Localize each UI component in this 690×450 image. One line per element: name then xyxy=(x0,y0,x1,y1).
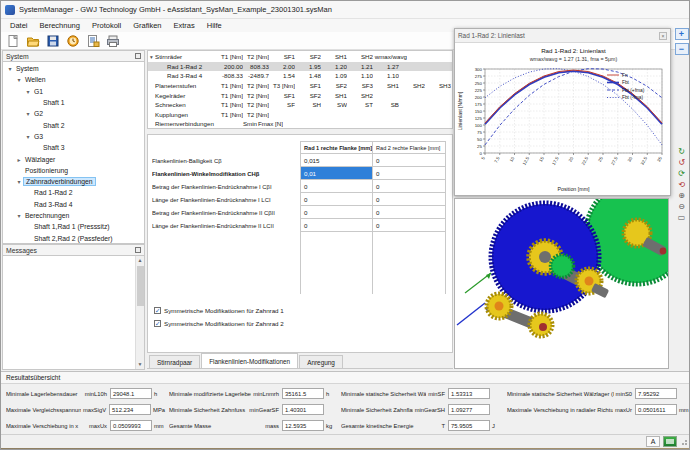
scroll-up-icon[interactable]: ▲ xyxy=(136,256,144,265)
messages-scrollbar[interactable]: ▲ ▼ xyxy=(135,256,144,369)
menu-item-hilfe[interactable]: Hilfe xyxy=(201,20,228,31)
svg-text:100: 100 xyxy=(475,123,483,128)
flank-value-cell[interactable]: 0 xyxy=(373,154,446,167)
flank-column-header[interactable]: Rad 1 rechte Flanke [mm] xyxy=(300,141,373,154)
gear-table-row-rad-1-rad-2[interactable]: Rad 1-Rad 2200.00808.332.001.951.201.211… xyxy=(148,62,452,72)
tab-stirnradpaar[interactable]: Stirnradpaar xyxy=(149,355,200,368)
tree-item-berechnungen[interactable]: ▾Berechnungen xyxy=(3,210,144,221)
gear-table-row-rad-3-rad-4[interactable]: Rad 3-Rad 4-808.33-2489.71.541.481.091.1… xyxy=(148,71,452,81)
tree-expander-icon[interactable]: ▾ xyxy=(15,178,23,185)
tree-item-shaft-1[interactable]: Shaft 1 xyxy=(3,97,144,108)
pin-icon[interactable] xyxy=(135,53,141,59)
flank-value-cell[interactable]: 0 xyxy=(300,193,373,206)
tree-item-zahnradverbindungen[interactable]: ▾Zahnradverbindungen xyxy=(3,176,144,187)
checkbox-row[interactable]: ✓Symmetrische Modifikationen für Zahnrad… xyxy=(154,307,284,314)
result-code: maxUr xyxy=(615,407,632,413)
rotate-left-icon[interactable]: ⟳ xyxy=(676,169,688,178)
flank-empty-cell[interactable] xyxy=(373,232,446,294)
flank-value-cell[interactable]: 0 xyxy=(300,206,373,219)
tree-item-g3[interactable]: ▾G3 xyxy=(3,131,144,142)
tree-item-shaft-3[interactable]: Shaft 3 xyxy=(3,142,144,153)
flank-value-cell[interactable]: 0 xyxy=(373,219,446,232)
tab-flankenlinien-modifikationen[interactable]: Flankenlinien-Modifikationen xyxy=(201,353,298,368)
tree-expander-icon[interactable]: ▾ xyxy=(15,76,23,83)
tree-expander-icon[interactable]: ▸ xyxy=(15,156,23,163)
pin-icon[interactable] xyxy=(135,247,141,253)
gear-table-row-schnecken[interactable]: SchneckenT1 [Nm]T2 [Nm]SFSHSWSTSB xyxy=(148,100,452,110)
gear-table-cell: -2489.7 xyxy=(243,72,269,79)
result-label: Minimale statische Sicherheit Wälzlager xyxy=(341,391,426,397)
system-panel-title: System xyxy=(6,53,29,60)
save-button[interactable] xyxy=(44,33,62,49)
screenshot-icon[interactable]: ▭ xyxy=(676,213,688,222)
tree-item-rad-1-rad-2[interactable]: Rad 1-Rad 2 xyxy=(3,187,144,198)
tree-item-system[interactable]: ▾System xyxy=(3,63,144,74)
flank-column-header[interactable]: Rad 2 rechte Flanke [mm] xyxy=(373,141,446,154)
3d-viewport[interactable] xyxy=(454,198,669,369)
tree-item-shaft-2-rad-2-passfeder[interactable]: Shaft 2,Rad 2 (Passfeder) xyxy=(3,232,144,243)
chart-window-titlebar[interactable]: Rad 1-Rad 2: Linienlast × xyxy=(455,29,670,43)
report-button[interactable] xyxy=(84,33,102,49)
flank-value-cell[interactable]: 0,015 xyxy=(300,154,373,167)
tree-item-shaft-2[interactable]: Shaft 2 xyxy=(3,119,144,130)
tree-expander-icon[interactable]: ▾ xyxy=(24,133,32,140)
tree-expander-icon[interactable]: ▾ xyxy=(24,110,32,117)
tab-anregung[interactable]: Anregung xyxy=(299,355,343,368)
result-label: Maximale Verschiebung in radialer Richtu… xyxy=(507,407,613,413)
close-icon[interactable]: × xyxy=(659,32,667,40)
menu-item-extras[interactable]: Extras xyxy=(168,20,201,31)
minus-button[interactable]: − xyxy=(675,43,689,55)
checkbox-icon[interactable]: ✓ xyxy=(154,320,161,327)
tree-item-g1[interactable]: ▾G1 xyxy=(3,86,144,97)
flank-value-cell[interactable]: 0 xyxy=(373,180,446,193)
tree-item-shaft-1-rad-1-presssitz[interactable]: Shaft 1,Rad 1 (Presssitz) xyxy=(3,221,144,232)
gear-table-row-kupplungen[interactable]: KupplungenT1 [Nm]T2 [Nm] xyxy=(148,110,452,120)
excel-export-button[interactable] xyxy=(663,436,677,447)
checkbox-icon[interactable]: ✓ xyxy=(154,307,161,314)
font-button[interactable]: A xyxy=(646,436,660,447)
flank-value-cell[interactable]: 0 xyxy=(373,167,446,180)
new-file-button[interactable] xyxy=(4,33,22,49)
calculate-button[interactable] xyxy=(64,33,82,49)
tree-item-w-lzlager[interactable]: ▸Wälzlager xyxy=(3,153,144,164)
tree-expander-icon[interactable]: ▾ xyxy=(24,88,32,95)
checkbox-label: Symmetrische Modifikationen für Zahnrad … xyxy=(164,307,284,314)
print-button[interactable] xyxy=(104,33,122,49)
flank-empty-cell[interactable] xyxy=(300,232,373,294)
resize-grip[interactable] xyxy=(681,438,689,446)
menu-item-datei[interactable]: Datei xyxy=(4,20,34,31)
scroll-down-icon[interactable]: ▼ xyxy=(136,360,144,369)
plus-button[interactable]: + xyxy=(675,28,689,40)
gear-table-row-stirnr-der[interactable]: ▾StirnräderT1 [Nm]T2 [Nm]SF1SF2SH1SH2wma… xyxy=(148,52,452,62)
tree-item-g2[interactable]: ▾G2 xyxy=(3,108,144,119)
flank-value-cell[interactable]: 0 xyxy=(300,219,373,232)
gear-table-cell: SF2 xyxy=(321,82,347,89)
tree-item-positionierung[interactable]: Positionierung xyxy=(3,165,144,176)
menu-item-grafiken[interactable]: Grafiken xyxy=(127,20,167,31)
checkbox-row[interactable]: ✓Symmetrische Modifikationen für Zahnrad… xyxy=(154,320,284,327)
flank-value-cell[interactable]: 0 xyxy=(300,180,373,193)
flank-value-cell[interactable]: 0 xyxy=(373,193,446,206)
tree-item-wellen[interactable]: ▾Wellen xyxy=(3,74,144,85)
tree-expander-icon[interactable]: ▾ xyxy=(15,212,23,219)
rotate-up-icon[interactable]: ↻ xyxy=(676,147,688,156)
scrollbar-thumb[interactable] xyxy=(137,266,144,306)
gear-table-cell: SH1 xyxy=(321,53,347,60)
gear-table-row-planetenstufen[interactable]: PlanetenstufenT1 [Nm]T2 [Nm]T3 [Nm]SF1SF… xyxy=(148,81,452,91)
tree-expander-icon[interactable]: ▾ xyxy=(6,65,14,72)
zoom-out-icon[interactable]: ⊖ xyxy=(676,202,688,211)
open-folder-button[interactable] xyxy=(24,33,42,49)
menu-item-berechnung[interactable]: Berechnung xyxy=(34,20,86,31)
flank-value-cell[interactable]: 0 xyxy=(373,206,446,219)
menu-item-protokoll[interactable]: Protokoll xyxy=(86,20,127,31)
rotate-right-icon[interactable]: ⟲ xyxy=(676,180,688,189)
svg-text:300: 300 xyxy=(475,67,483,72)
gear-table-row-riemenverbindungen[interactable]: RiemenverbindungenSminFmax [N] xyxy=(148,119,452,129)
gear-table-row-kegelr-der[interactable]: KegelräderT1 [Nm]T2 [Nm]SF1SF2SH1SH2 xyxy=(148,90,452,100)
table-expander-icon[interactable]: ▾ xyxy=(148,54,155,60)
zoom-in-icon[interactable]: ⊕ xyxy=(676,191,688,200)
title-bar[interactable]: SystemManager - GWJ Technology GmbH - eA… xyxy=(1,1,690,19)
tree-item-rad-3-rad-4[interactable]: Rad 3-Rad 4 xyxy=(3,199,144,210)
rotate-down-icon[interactable]: ↺ xyxy=(676,158,688,167)
flank-value-cell[interactable]: 0,01 xyxy=(300,167,373,180)
